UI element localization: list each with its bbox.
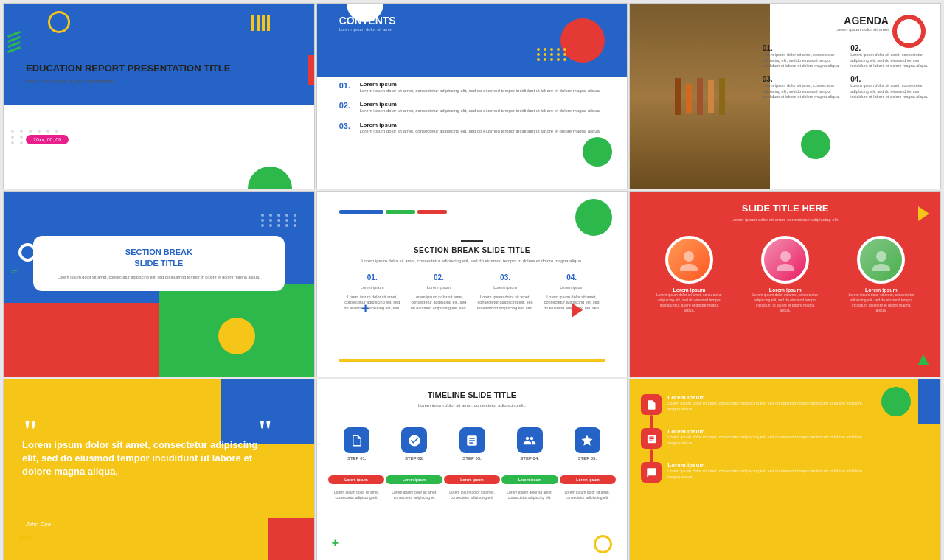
slide-timeline: TIMELINE SLIDE TITLE Lorem ipsum dolor s… xyxy=(316,379,628,560)
slide-list-icons: Lorem ipsum Lorem ipsum dolor sit amet, … xyxy=(629,379,941,560)
col-item: 01. Lorem ipsum Lorem ipsum dolor sit am… xyxy=(343,273,402,312)
slide-education-report: EDUCATION REPORT PRESENTATION TITLE Inse… xyxy=(3,3,315,189)
person-item: Lorem ipsum Lorem ipsum dolor sit amet, … xyxy=(752,236,819,313)
list-item: 02. Lorem ipsum Lorem ipsum dolor sit am… xyxy=(339,101,613,113)
top-bar-decoration xyxy=(339,210,605,214)
icon-box xyxy=(641,394,662,415)
slide9-items: Lorem ipsum Lorem ipsum dolor sit amet, … xyxy=(641,394,874,496)
timeline-descriptions: Lorem ipsum dolor sit amet, consectetur … xyxy=(328,490,617,500)
person-text: Lorem ipsum dolor sit amet, consectetur … xyxy=(656,293,722,313)
step-label: STEP 05. xyxy=(558,456,616,461)
person-name: Lorem ipsum xyxy=(752,287,819,293)
circle-green-decoration xyxy=(881,387,911,416)
col-name: Lorem ipsum xyxy=(476,285,535,291)
slide3-subtitle: Lorem ipsum dolor sit amet xyxy=(836,27,889,32)
desc-col: Lorem ipsum color sit amet, consectetur … xyxy=(386,490,443,500)
section-break-body: Lorem ipsum dolor sit amet, consectetur … xyxy=(44,274,274,280)
list-item: Lorem ipsum Lorem ipsum dolor sit amet, … xyxy=(641,428,874,449)
person-image xyxy=(665,236,713,284)
item-text: Lorem ipsum dolor sit amet, consectetur … xyxy=(667,401,874,412)
col-item: 02. Lorem ipsum Lorem ipsum dolor sit am… xyxy=(409,273,468,312)
green-circle-decoration xyxy=(801,130,830,159)
quote-author: - John Doe xyxy=(22,521,51,528)
quote-text: Lorem ipsum dolor sit amet, consectetur … xyxy=(22,438,270,479)
circle-red-decoration xyxy=(892,15,926,48)
slide6-title: SLIDE TITLE HERE xyxy=(630,203,940,214)
agenda-num: 04. xyxy=(850,75,933,83)
rect-blue-decoration xyxy=(918,379,940,424)
lines-yellow-decoration xyxy=(251,15,270,31)
slide2-title: CONTENTS xyxy=(339,15,396,27)
col-num: 01. xyxy=(343,273,402,281)
step-label: STEP 04. xyxy=(501,456,558,461)
col-name: Lorem ipsum xyxy=(409,285,468,291)
col-text: Lorem ipsum dolor sit amet, consectetur … xyxy=(343,295,402,312)
item-text: Lorem ipsum dolor sit amet, consectetur … xyxy=(360,88,601,94)
item-text: Lorem ipsum dolor sit amet, consectetur … xyxy=(667,435,874,446)
item-content: Lorem ipsum Lorem ipsum dolor sit amet, … xyxy=(667,462,874,480)
svg-point-4 xyxy=(876,251,886,262)
svg-point-2 xyxy=(780,251,791,262)
circle-yellow-decoration xyxy=(48,11,70,33)
step-item: STEP 03. xyxy=(443,427,501,461)
slide-section-break: ≈ SECTION BREAK SLIDE TITLE Lorem ipsum … xyxy=(3,191,315,377)
person-name: Lorem ipsum xyxy=(848,287,914,293)
plus-decoration: + xyxy=(361,301,370,318)
person-image xyxy=(761,236,809,284)
col-num: 02. xyxy=(409,273,468,281)
agenda-item: 02. Lorem ipsum dolor sit amet, consecte… xyxy=(850,44,933,69)
step-label: STEP 03. xyxy=(443,456,501,461)
item-text: Lorem ipsum dolor sit amet, consectetur … xyxy=(360,128,601,134)
person-item: Lorem ipsum Lorem ipsum dolor sit amet, … xyxy=(656,236,722,313)
col-name: Lorem ipsum xyxy=(343,285,402,291)
col-name: Lorem ipsum xyxy=(542,285,601,291)
svg-point-5 xyxy=(872,264,890,271)
agenda-num: 02. xyxy=(850,44,933,52)
agenda-num: 01. xyxy=(763,44,845,52)
circle-decoration xyxy=(594,535,612,553)
bg-red xyxy=(4,303,159,377)
dots-decoration xyxy=(261,214,299,227)
section-break-card: SECTION BREAK SLIDE TITLE Lorem ipsum do… xyxy=(33,236,285,291)
item-text: Lorem ipsum dolor sit amet, consectetur … xyxy=(360,108,601,113)
slide1-date: 20xx, 00, 00 xyxy=(26,135,69,144)
slide6-subtitle: Lorem ipsum dolor sit amet, consectetur … xyxy=(630,217,940,222)
agenda-text: Lorem ipsum dolor sit amet, consectetur … xyxy=(763,83,845,100)
persons-row: Lorem ipsum Lorem ipsum dolor sit amet, … xyxy=(630,236,940,313)
item-content: Lorem ipsum Lorem ipsum dolor sit amet, … xyxy=(667,428,874,446)
agenda-item: 03. Lorem ipsum dolor sit amet, consecte… xyxy=(763,75,845,100)
rect-red-decoration xyxy=(268,518,314,560)
divider xyxy=(461,240,483,242)
slide1-subtitle: Insert the sub title of your presentatio… xyxy=(26,79,299,84)
step-icon xyxy=(575,427,600,453)
slide5-title: SECTION BREAK SLIDE TITLE xyxy=(339,246,605,254)
list-item: Lorem ipsum Lorem ipsum dolor sit amet, … xyxy=(641,462,874,483)
bar-segment: Lorem ipsum xyxy=(502,475,558,484)
item-heading: Lorem ipsum xyxy=(360,122,601,128)
slide1-title: EDUCATION REPORT PRESENTATION TITLE xyxy=(26,63,299,75)
slide8-subtitle: Lorem ipsum dolor sit amet, consectetur … xyxy=(317,403,628,407)
step-icon xyxy=(344,427,369,453)
bar-segment: Lorem ipsum xyxy=(386,475,442,484)
item-number: 02. xyxy=(339,101,354,110)
arrow-red-decoration xyxy=(572,303,583,318)
col-text: Lorem ipsum dolor sit amet, consectetur … xyxy=(476,295,535,312)
desc-col: Lorem ipsum dolor sit amet, consectetur … xyxy=(501,490,558,500)
bar-segment: Lorem ipsum xyxy=(444,475,501,484)
step-item: STEP 05. xyxy=(558,427,616,461)
svg-point-0 xyxy=(684,251,694,262)
slide-quote: ≈≈≈ " " Lorem ipsum dolor sit amet, cons… xyxy=(3,379,315,560)
step-label: STEP 01. xyxy=(328,456,386,461)
col-num: 04. xyxy=(542,273,601,281)
slide5-cols: 01. Lorem ipsum Lorem ipsum dolor sit am… xyxy=(339,273,605,312)
step-item: STEP 02. xyxy=(386,427,443,461)
list-item: 01. Lorem ipsum Lorem ipsum dolor sit am… xyxy=(339,81,613,94)
item-heading: Lorem ipsum xyxy=(667,394,874,401)
item-heading: Lorem ipsum xyxy=(360,101,601,108)
squiggle-decoration: ≈ xyxy=(11,265,18,279)
slide-contents: CONTENTS Lorem ipsum dolor sit amet 01. … xyxy=(316,3,628,189)
triangle-green-decoration xyxy=(917,354,929,365)
item-text: Lorem ipsum dolor sit amet, consectetur … xyxy=(667,469,874,480)
bar-segment: Lorem ipsum xyxy=(328,475,385,484)
item-content: Lorem ipsum Lorem ipsum dolor sit amet, … xyxy=(667,394,874,412)
